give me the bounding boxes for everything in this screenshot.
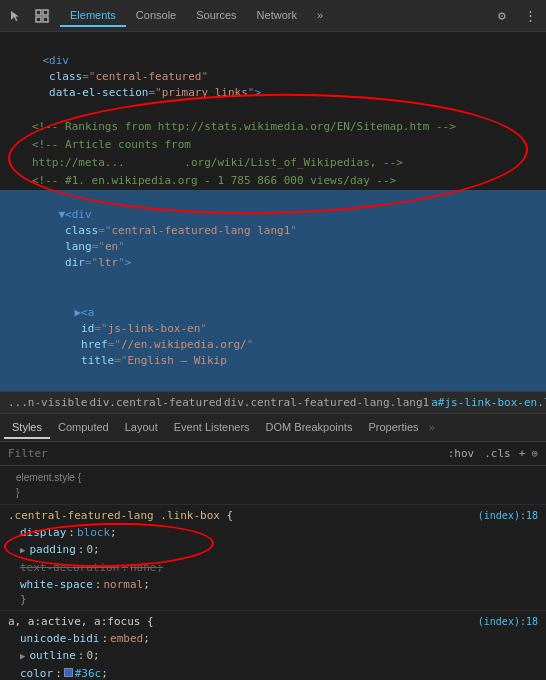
css-property-white-space[interactable]: white-space : normal ; bbox=[8, 576, 538, 593]
breadcrumb-item[interactable]: ...n-visible bbox=[8, 396, 87, 409]
code-line: <!-- #1. en.wikipedia.org - 1 785 866 00… bbox=[0, 172, 546, 190]
tab-more[interactable]: » bbox=[307, 5, 333, 27]
tab-styles[interactable]: Styles bbox=[4, 417, 50, 439]
css-rule-1: .central-featured-lang .link-box { (inde… bbox=[0, 505, 546, 611]
color-swatch[interactable] bbox=[64, 668, 73, 677]
css-source[interactable]: (index):18 bbox=[478, 510, 538, 521]
element-style-close: } bbox=[8, 485, 538, 500]
hov-button[interactable]: :hov bbox=[446, 446, 477, 461]
tab-properties[interactable]: Properties bbox=[360, 417, 426, 439]
main-tabs: Elements Console Sources Network » bbox=[60, 5, 333, 27]
code-line-selected[interactable]: ▼<div class="central-featured-lang lang1… bbox=[0, 190, 546, 288]
svg-rect-2 bbox=[36, 17, 41, 22]
tab-elements[interactable]: Elements bbox=[60, 5, 126, 27]
tab-layout[interactable]: Layout bbox=[117, 417, 166, 439]
tab-console[interactable]: Console bbox=[126, 5, 186, 27]
breadcrumb-item[interactable]: div.central-featured-lang.lang1 bbox=[224, 396, 429, 409]
css-property-padding[interactable]: ▶ padding : 0 ; bbox=[8, 541, 538, 559]
css-property-color[interactable]: color : #36c ; bbox=[8, 665, 538, 680]
css-property-display[interactable]: display : block ; bbox=[8, 524, 538, 541]
toolbar-actions: ⚙ ⋮ bbox=[490, 4, 542, 28]
new-rule-button[interactable]: ⊕ bbox=[531, 447, 538, 460]
filter-input[interactable] bbox=[8, 447, 438, 460]
element-style-section: element.style { } bbox=[0, 466, 546, 505]
styles-tabs-more[interactable]: » bbox=[429, 421, 436, 434]
code-line: http://meta... .org/wiki/List_of_Wikiped… bbox=[0, 154, 546, 172]
breadcrumb-item-active[interactable]: a#js-link-box-en.link-box bbox=[431, 396, 546, 409]
css-property-outline[interactable]: ▶ outline : 0 ; bbox=[8, 647, 538, 665]
code-line[interactable]: ▶<a id="js-link-box-en" href="//en.wikip… bbox=[0, 288, 546, 386]
css-rule-header: .central-featured-lang .link-box { (inde… bbox=[8, 509, 538, 522]
elements-panel: <div class="central-featured" data-el-se… bbox=[0, 32, 546, 392]
tab-dom-breakpoints[interactable]: DOM Breakpoints bbox=[258, 417, 361, 439]
more-options-icon[interactable]: ⋮ bbox=[518, 4, 542, 28]
settings-icon[interactable]: ⚙ bbox=[490, 4, 514, 28]
css-rule-header-2: a, a:active, a:focus { (index):18 bbox=[8, 615, 538, 628]
styles-tabs: Styles Computed Layout Event Listeners D… bbox=[0, 414, 546, 442]
inspect-icon[interactable] bbox=[30, 4, 54, 28]
breadcrumb: ...n-visible div.central-featured div.ce… bbox=[0, 392, 546, 414]
add-style-button[interactable]: + bbox=[519, 447, 526, 460]
code-line: <!-- Article counts from bbox=[0, 136, 546, 154]
css-rule-close: } bbox=[8, 593, 538, 606]
svg-rect-1 bbox=[43, 10, 48, 15]
tab-network[interactable]: Network bbox=[247, 5, 307, 27]
svg-rect-3 bbox=[43, 17, 48, 22]
styles-panel: Styles Computed Layout Event Listeners D… bbox=[0, 414, 546, 680]
css-selector[interactable]: .central-featured-lang .link-box { bbox=[8, 509, 233, 522]
code-line[interactable]: <div class="central-featured" data-el-se… bbox=[0, 36, 546, 118]
svg-rect-0 bbox=[36, 10, 41, 15]
devtools-toolbar: Elements Console Sources Network » ⚙ ⋮ bbox=[0, 0, 546, 32]
css-source-2[interactable]: (index):18 bbox=[478, 616, 538, 627]
cls-button[interactable]: .cls bbox=[482, 446, 513, 461]
css-rule-2: a, a:active, a:focus { (index):18 unicod… bbox=[0, 611, 546, 680]
css-property-unicode-bidi[interactable]: unicode-bidi : embed ; bbox=[8, 630, 538, 647]
css-selector-2[interactable]: a, a:active, a:focus { bbox=[8, 615, 154, 628]
code-line[interactable]: edia – The Free Encyclopedia" class="lin… bbox=[0, 386, 546, 392]
tab-event-listeners[interactable]: Event Listeners bbox=[166, 417, 258, 439]
css-property-text-decoration[interactable]: text-decoration : none ; bbox=[8, 559, 538, 576]
tab-sources[interactable]: Sources bbox=[186, 5, 246, 27]
cursor-icon[interactable] bbox=[4, 4, 28, 28]
filter-bar: :hov .cls + ⊕ bbox=[0, 442, 546, 466]
code-line: <!-- Rankings from http://stats.wikimedi… bbox=[0, 118, 546, 136]
element-style-label: element.style { bbox=[8, 470, 538, 485]
breadcrumb-item[interactable]: div.central-featured bbox=[89, 396, 221, 409]
filter-actions: :hov .cls + ⊕ bbox=[446, 446, 538, 461]
tab-computed[interactable]: Computed bbox=[50, 417, 117, 439]
